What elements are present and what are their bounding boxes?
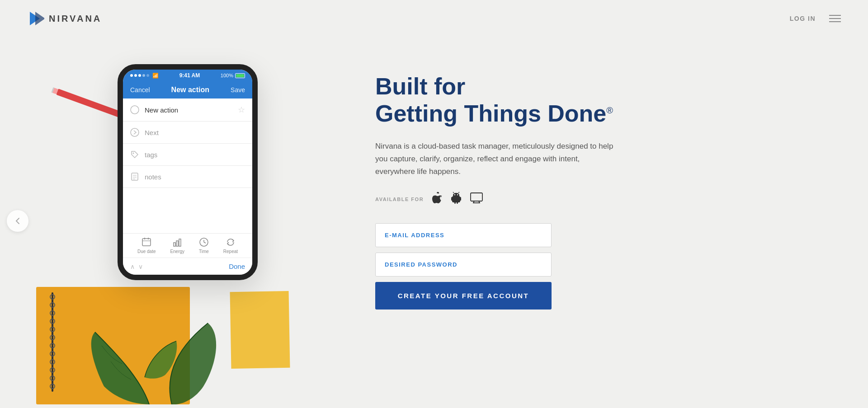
phone-status-bar: 📶 9:41 AM 100% [123, 70, 252, 81]
headline-line2: Getting Things Done [375, 100, 606, 127]
footer-done[interactable]: Done [229, 263, 245, 270]
svg-point-43 [457, 194, 458, 195]
clock-icon [199, 237, 209, 247]
svg-rect-37 [452, 196, 460, 202]
platform-icons [432, 192, 483, 207]
phone-toolbar: Cancel New action Save [123, 81, 252, 98]
logo-chevron-icon [27, 10, 44, 27]
main-content: 📶 9:41 AM 100% Cancel New action Save [0, 37, 868, 404]
energy-group[interactable]: Energy [170, 237, 184, 254]
phone-row-tags: tags [123, 144, 252, 166]
yellow-paper [230, 291, 290, 369]
svg-rect-39 [460, 197, 461, 201]
hamburger-line-2 [829, 18, 841, 19]
energy-label: Energy [170, 249, 184, 254]
phone-row-next: Next [123, 122, 252, 144]
arrow-down[interactable]: ∨ [138, 263, 143, 270]
phone-action-text[interactable]: New action [145, 106, 232, 114]
android-icon[interactable] [451, 192, 462, 207]
svg-point-21 [131, 128, 139, 136]
time-group[interactable]: Time [199, 237, 209, 254]
phone-empty-area [123, 188, 252, 233]
notes-icon [130, 172, 139, 181]
scroll-left-indicator[interactable] [7, 210, 28, 232]
svg-rect-27 [142, 239, 151, 246]
due-date-group[interactable]: Due date [137, 237, 156, 254]
svg-rect-40 [454, 202, 456, 204]
signal-dots: 📶 [130, 73, 159, 79]
svg-marker-1 [35, 12, 44, 25]
svg-line-44 [453, 192, 454, 193]
hamburger-line-1 [829, 15, 841, 16]
phone-bottom-toolbar: Due date Energy Time [123, 233, 252, 258]
desktop-icon[interactable] [470, 192, 483, 206]
subtitle: Nirvana is a cloud-based task manager, m… [375, 140, 615, 178]
phone-tags-text[interactable]: tags [145, 151, 245, 159]
svg-rect-31 [174, 243, 175, 246]
arrow-up[interactable]: ∧ [130, 263, 135, 270]
registered-mark: ® [606, 105, 613, 115]
apple-icon[interactable] [432, 192, 443, 207]
repeat-icon [226, 237, 236, 247]
logo-text: NIRVANA [49, 14, 102, 24]
phone-next-text[interactable]: Next [145, 129, 245, 136]
repeat-group[interactable]: Repeat [223, 237, 238, 254]
hero-text-section: Built for Getting Things Done® Nirvana i… [339, 37, 868, 337]
available-for-label: AVAILABLE FOR [375, 197, 424, 202]
cta-button[interactable]: CREATE YOUR FREE ACCOUNT [375, 282, 552, 310]
svg-point-22 [133, 153, 134, 154]
svg-rect-38 [451, 197, 453, 201]
available-for-section: AVAILABLE FOR [375, 192, 823, 207]
phone-cancel[interactable]: Cancel [130, 86, 150, 94]
svg-rect-46 [471, 193, 482, 201]
email-input[interactable] [375, 223, 552, 247]
repeat-label: Repeat [223, 249, 238, 254]
phone-notes-text[interactable]: notes [145, 173, 245, 181]
notebook-spiral [49, 292, 56, 392]
chevron-left-icon [13, 216, 22, 225]
hamburger-menu[interactable] [829, 15, 841, 22]
phone-mockup: 📶 9:41 AM 100% Cancel New action Save [118, 64, 258, 280]
star-icon: ☆ [238, 105, 245, 115]
hero-image-section: 📶 9:41 AM 100% Cancel New action Save [0, 37, 339, 404]
calendar-icon [142, 237, 151, 247]
header: NIRVANA LOG IN [0, 0, 868, 37]
headline: Built for Getting Things Done® [375, 73, 823, 127]
time-label: Time [199, 249, 209, 254]
tag-icon [130, 150, 139, 159]
svg-point-20 [131, 106, 139, 114]
password-input[interactable] [375, 253, 552, 277]
energy-icon [172, 237, 182, 247]
svg-rect-33 [179, 239, 181, 246]
status-time: 9:41 AM [179, 72, 200, 79]
header-nav: LOG IN [790, 15, 841, 22]
hamburger-line-3 [829, 21, 841, 22]
svg-rect-32 [176, 241, 178, 246]
svg-rect-23 [132, 173, 138, 180]
phone-title: New action [171, 86, 209, 94]
svg-point-42 [454, 194, 455, 195]
headline-line1: Built for [375, 73, 465, 99]
phone-save[interactable]: Save [231, 86, 245, 94]
footer-arrows[interactable]: ∧ ∨ [130, 263, 143, 270]
login-link[interactable]: LOG IN [790, 15, 816, 22]
phone-footer: ∧ ∨ Done [123, 258, 252, 275]
svg-rect-41 [457, 202, 458, 204]
status-battery: 100% [221, 73, 245, 78]
circle-icon [130, 105, 139, 114]
phone-row-notes: notes [123, 166, 252, 188]
svg-line-45 [458, 192, 459, 193]
logo[interactable]: NIRVANA [27, 10, 102, 27]
svg-line-36 [204, 242, 206, 243]
phone-row-action: New action ☆ [123, 98, 252, 122]
signup-form: CREATE YOUR FREE ACCOUNT [375, 223, 552, 310]
due-date-label: Due date [137, 249, 156, 254]
arrow-circle-icon [130, 128, 139, 137]
